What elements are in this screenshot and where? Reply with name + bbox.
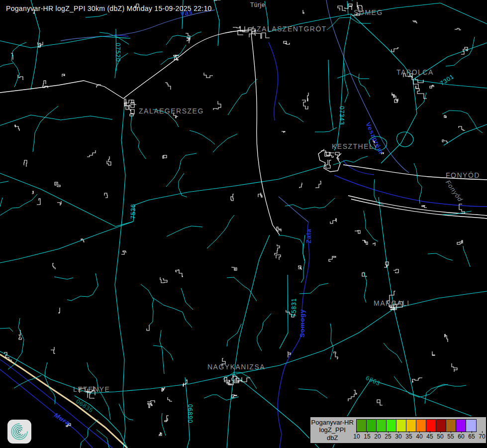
legend-tick-label: 40 [414,433,424,440]
map-line [279,235,304,261]
map-line [167,226,202,236]
map-line [394,376,448,397]
legend-color-cell [416,420,426,432]
legend-tick-label: 50 [435,433,445,440]
map-line [87,150,96,157]
map-line [86,14,107,17]
map-line [307,93,308,101]
map-line [345,4,352,10]
map-line [298,389,327,398]
map-line [377,400,383,405]
road-label-7536: 7536 [130,204,137,219]
map-line [442,140,447,143]
map-line [316,181,321,188]
map-line [412,378,422,382]
map-line [190,130,215,144]
city-label-nagykanizsa: NAGYKANIZSA [207,363,265,371]
map-line [129,105,134,116]
legend-ticks: 10152025303540455055606570 [351,433,487,440]
map-line [59,308,60,313]
legend-color-cell [357,420,367,432]
map-line [285,198,335,209]
map-line [207,215,234,248]
map-line [213,101,221,110]
map-line [181,288,193,310]
map-line [384,343,402,363]
legend-color-cell [466,420,476,432]
map-line [124,99,126,106]
map-line [163,155,167,158]
map-line [228,79,257,115]
map-line [168,397,172,402]
map-line [165,416,169,422]
map-line [131,115,146,159]
map-line [204,73,213,78]
map-line [416,93,426,110]
legend-tick-label: 55 [445,433,456,440]
map-line [32,191,33,194]
city-label-zalaegerszeg: ZALAEGERSZEG [139,107,204,115]
legend-title: Poganyvar-HR logZ_PPI dbZ [310,417,354,443]
legend-tick-label: 45 [424,433,435,440]
map-line [33,106,58,152]
radar-app-spiral-logo [7,420,31,444]
map-line [276,255,281,260]
radar-screen: Poganyvar-HR logZ_PPI 30km (dbZ) Monday … [0,0,487,448]
map-line [148,402,152,408]
legend-color-cell [426,420,436,432]
map-line [165,83,171,90]
map-line [176,270,183,277]
map-line [186,33,190,39]
map-line [0,328,13,334]
map-line [62,74,65,77]
map-line [408,76,418,89]
map-line [153,345,173,360]
legend-tick-label: 65 [466,433,477,440]
map-line [326,160,331,168]
map-line [213,134,237,152]
legend-color-cell [367,420,377,432]
map-line [315,127,337,132]
map-line [391,93,394,98]
map-line [224,377,231,385]
map-line [373,242,375,245]
map-line [445,334,448,342]
major-road-lines [0,30,487,235]
map-line [352,0,359,1]
map-line [359,74,370,97]
map-line [303,10,304,13]
map-line [414,163,422,204]
map-line [298,266,301,270]
city-label-letenye: LETENYE [73,385,110,393]
map-line [330,219,336,224]
map-line [57,201,61,206]
map-line [166,32,201,45]
map-line [299,183,302,188]
map-line [446,37,475,66]
city-label-sumeg: SÜMEG [354,8,383,16]
map-line [14,375,41,388]
legend-tick-label: 30 [393,433,403,440]
town-label-turje: Türje [250,1,265,8]
map-line [275,244,280,255]
map-line [344,63,348,103]
map-line [55,182,60,187]
map-line [463,246,470,267]
map-line [302,100,308,109]
county-label-somogy: Somogy [298,309,306,337]
map-line [166,153,196,187]
legend-color-cell [387,420,396,432]
legend-tick-label: 15 [362,433,372,440]
map-line [452,363,457,372]
legend-tick-label: 10 [351,433,362,440]
map-line [0,198,2,227]
map-line [160,277,167,283]
map-line [53,263,55,269]
legend-color-cell [406,420,416,432]
map-line [284,41,290,44]
map-line [141,284,154,326]
road-label-75831: 75831 [291,298,297,317]
map-line [126,102,136,108]
legend-title-line2: logZ_PPI [319,426,346,434]
map-line [428,253,453,260]
